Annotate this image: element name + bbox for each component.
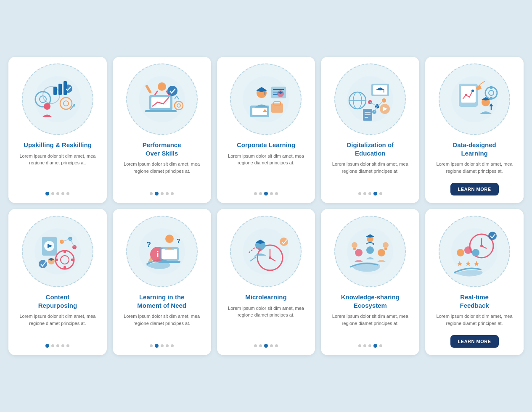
svg-text:i: i: [156, 250, 159, 259]
card-knowledge: Knowledge-sharingEcosystem Lorem ipsum d…: [321, 209, 419, 355]
dot-1[interactable]: [155, 344, 159, 348]
card-dots-microlearning: [254, 344, 278, 348]
card-icon-realtime: ★ ★ ★: [439, 216, 510, 287]
learn-more-button-top[interactable]: LEARN MORE: [450, 183, 499, 195]
svg-rect-70: [490, 86, 492, 89]
card-text-performance: Lorem ipsum dolor sit dim amet, mea regi…: [119, 161, 205, 174]
dot-0[interactable]: [358, 192, 361, 195]
svg-point-102: [243, 228, 289, 275]
svg-rect-97: [158, 261, 180, 263]
svg-rect-83: [71, 259, 74, 261]
card-realtime: ★ ★ ★ Real-timeFeedback Lorem ipsum dolo…: [425, 209, 524, 355]
dot-4[interactable]: [275, 192, 278, 195]
svg-text:★: ★: [473, 259, 480, 268]
card-dots-content: [45, 344, 69, 348]
card-dots-knowledge: [358, 344, 382, 348]
card-text-learning-moment: Lorem ipsum dolor sit dim amet, mea regi…: [119, 313, 205, 327]
card-dots-digitalization: [358, 192, 382, 195]
dot-0[interactable]: [150, 192, 153, 195]
dot-4[interactable]: [171, 192, 174, 195]
card-icon-knowledge: [334, 216, 406, 287]
dot-1[interactable]: [363, 344, 366, 347]
dot-2[interactable]: [264, 344, 268, 348]
dot-1[interactable]: [259, 192, 262, 195]
card-dots-learning-moment: [150, 344, 174, 348]
dot-1[interactable]: [155, 192, 159, 195]
dot-0[interactable]: [150, 344, 153, 347]
card-title-corporate: Corporate Learning: [237, 141, 295, 149]
dot-4[interactable]: [275, 344, 278, 347]
dot-3[interactable]: [270, 344, 273, 347]
svg-rect-43: [384, 90, 384, 92]
svg-point-63: [465, 94, 467, 96]
dot-3[interactable]: [166, 344, 169, 347]
dot-0[interactable]: [254, 192, 257, 195]
dot-3[interactable]: [61, 344, 64, 347]
card-icon-corporate: [230, 63, 302, 135]
card-dots-upskilling: [45, 192, 69, 195]
card-text-microlearning: Lorem ipsum dolor sit dim amet, mea regi…: [223, 305, 310, 319]
svg-point-132: [472, 249, 479, 256]
dot-2[interactable]: [56, 192, 59, 195]
dot-3[interactable]: [373, 192, 377, 195]
svg-point-131: [464, 246, 472, 254]
dot-0[interactable]: [45, 192, 49, 195]
card-title-learning-moment: Learning in theMoment of Need: [137, 293, 186, 309]
dot-2[interactable]: [368, 192, 371, 195]
dot-1[interactable]: [363, 192, 366, 195]
svg-point-130: [457, 249, 464, 256]
dot-1[interactable]: [51, 192, 54, 195]
svg-point-121: [383, 242, 389, 248]
svg-rect-80: [64, 250, 66, 253]
dot-3[interactable]: [270, 192, 273, 195]
card-dots-corporate: [254, 192, 278, 195]
card-icon-data-designed: [439, 63, 510, 135]
dot-1[interactable]: [259, 344, 262, 347]
dot-0[interactable]: [254, 344, 257, 347]
card-text-knowledge: Lorem ipsum dolor sit dim amet, mea regi…: [327, 313, 413, 327]
svg-text:?: ?: [177, 238, 180, 244]
svg-rect-96: [161, 249, 177, 259]
svg-point-0: [34, 76, 81, 122]
dot-2[interactable]: [161, 344, 164, 347]
dot-2[interactable]: [56, 344, 59, 347]
dot-4[interactable]: [379, 192, 382, 195]
dot-4[interactable]: [379, 344, 382, 347]
dot-1[interactable]: [51, 344, 54, 347]
dot-2[interactable]: [161, 192, 164, 195]
card-title-performance: PerformanceOver Skills: [143, 141, 181, 157]
dot-4[interactable]: [171, 344, 174, 347]
card-icon-upskilling: [22, 63, 93, 135]
dot-0[interactable]: [358, 344, 361, 347]
dot-3[interactable]: [166, 192, 169, 195]
svg-point-64: [471, 90, 474, 92]
svg-point-9: [64, 85, 72, 93]
card-text-data-designed: Lorem ipsum dolor sit dim amet, mea regi…: [431, 161, 518, 174]
card-content: ContentRepurposing Lorem ipsum dolor sit…: [8, 209, 107, 355]
svg-text:?: ?: [146, 240, 151, 249]
card-icon-content: [22, 216, 93, 287]
card-performance: PerformanceOver Skills Lorem ipsum dolor…: [113, 57, 211, 203]
svg-text:★: ★: [465, 259, 471, 268]
card-title-realtime: Real-timeFeedback: [460, 293, 489, 309]
card-icon-digitalization: [334, 63, 406, 135]
learn-more-button-bottom[interactable]: LEARN MORE: [450, 335, 499, 348]
card-title-upskilling: Upskilling & Reskilling: [24, 141, 92, 149]
card-title-data-designed: Data-designedLearning: [453, 141, 496, 157]
card-title-digitalization: Digitalization ofEducation: [347, 141, 394, 157]
svg-point-118: [378, 249, 385, 256]
dot-3[interactable]: [61, 192, 64, 195]
dot-3[interactable]: [373, 344, 377, 348]
svg-rect-6: [58, 84, 62, 95]
card-text-upskilling: Lorem ipsum dolor sit dim amet, mea regi…: [14, 153, 101, 166]
card-upskilling: Upskilling & Reskilling Lorem ipsum dolo…: [8, 57, 107, 203]
svg-rect-122: [384, 248, 387, 250]
card-icon-performance: [126, 63, 198, 135]
dot-0[interactable]: [45, 344, 49, 348]
dot-2[interactable]: [368, 344, 371, 347]
dot-4[interactable]: [66, 344, 69, 347]
card-title-content: ContentRepurposing: [38, 293, 77, 309]
dot-4[interactable]: [66, 192, 69, 195]
dot-2[interactable]: [264, 192, 268, 195]
card-text-digitalization: Lorem ipsum dolor sit dim amet, mea regi…: [327, 161, 413, 174]
